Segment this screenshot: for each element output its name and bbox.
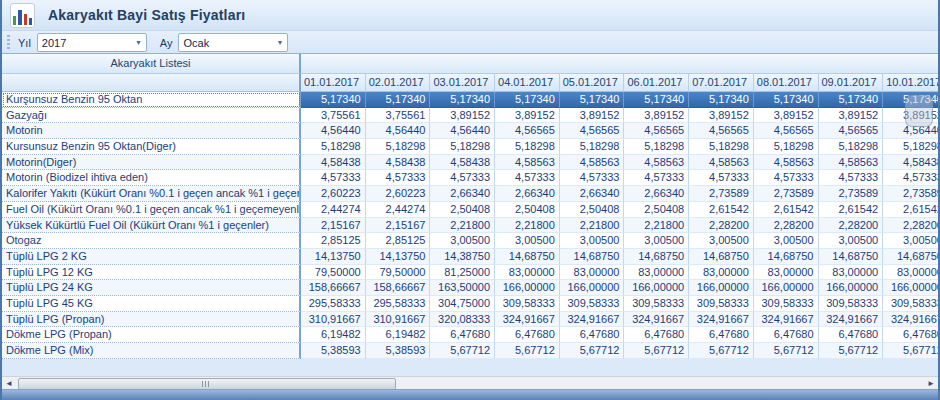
- grid-cell[interactable]: 3,00500: [624, 233, 689, 249]
- grid-cell[interactable]: 324,91667: [883, 312, 938, 328]
- grid-cell[interactable]: 309,58333: [883, 296, 938, 312]
- grid-cell[interactable]: 2,50408: [430, 202, 495, 218]
- grid-cell[interactable]: 14,38750: [430, 249, 495, 265]
- grid-cell[interactable]: 166,00000: [689, 280, 754, 296]
- grid-cell[interactable]: 324,91667: [689, 312, 754, 328]
- grid-cell[interactable]: 3,00500: [754, 233, 819, 249]
- grid-cell[interactable]: 324,91667: [819, 312, 884, 328]
- grid-cell[interactable]: 14,68750: [754, 249, 819, 265]
- row-label[interactable]: Tüplü LPG (Propan): [2, 312, 301, 328]
- grid-cell[interactable]: 2,73589: [883, 186, 938, 202]
- grid-cell[interactable]: 3,89152: [689, 108, 754, 124]
- grid-cell[interactable]: 2,73589: [689, 186, 754, 202]
- grid-cell[interactable]: 2,21800: [495, 218, 560, 234]
- grid-cell[interactable]: 166,00000: [883, 280, 938, 296]
- grid-cell[interactable]: 310,91667: [301, 312, 366, 328]
- row-label[interactable]: Tüplü LPG 24 KG: [2, 280, 301, 296]
- grid-cell[interactable]: 14,68750: [883, 249, 938, 265]
- grid-cell[interactable]: 324,91667: [495, 312, 560, 328]
- grid-cell[interactable]: 3,00500: [689, 233, 754, 249]
- grid-cell[interactable]: 2,66340: [430, 186, 495, 202]
- grid-cell[interactable]: 14,13750: [366, 249, 431, 265]
- date-column-header[interactable]: 02.01.2017: [366, 74, 431, 92]
- row-label[interactable]: Motorin: [2, 123, 301, 139]
- grid-cell[interactable]: 3,89152: [430, 108, 495, 124]
- grid-cell[interactable]: 2,61542: [819, 202, 884, 218]
- grid-cell[interactable]: 6,47680: [689, 327, 754, 343]
- row-label[interactable]: Kursunsuz Benzin 95 Oktan(Diger): [2, 139, 301, 155]
- date-column-header[interactable]: 04.01.2017: [495, 74, 560, 92]
- grid-cell[interactable]: 309,58333: [495, 296, 560, 312]
- row-label[interactable]: Fuel Oil (Kükürt Oranı %0.1 i geçen anca…: [2, 202, 301, 218]
- row-label[interactable]: Tüplü LPG 2 KG: [2, 249, 301, 265]
- grid-cell[interactable]: 158,66667: [366, 280, 431, 296]
- grid-cell[interactable]: 4,56565: [495, 123, 560, 139]
- grid-cell[interactable]: 2,60223: [301, 186, 366, 202]
- grid-cell[interactable]: 3,00500: [883, 233, 938, 249]
- grid-cell[interactable]: 309,58333: [624, 296, 689, 312]
- date-column-header[interactable]: 09.01.2017: [819, 74, 884, 92]
- grid-cell[interactable]: 79,50000: [366, 265, 431, 281]
- grid-cell[interactable]: 324,91667: [560, 312, 625, 328]
- grid-cell[interactable]: 4,57333: [819, 170, 884, 186]
- date-column-header[interactable]: 06.01.2017: [624, 74, 689, 92]
- grid-cell[interactable]: 2,28200: [689, 218, 754, 234]
- grid-cell[interactable]: 5,17340: [689, 92, 754, 108]
- grid-cell[interactable]: 5,18298: [819, 139, 884, 155]
- grid-cell[interactable]: 6,19482: [366, 327, 431, 343]
- row-label[interactable]: Kalorifer Yakıtı (Kükürt Oranı %0.1 i ge…: [2, 186, 301, 202]
- grid-cell[interactable]: 3,89152: [624, 108, 689, 124]
- grid-cell[interactable]: 158,66667: [301, 280, 366, 296]
- grid-cell[interactable]: 2,21800: [624, 218, 689, 234]
- grid-cell[interactable]: 5,18298: [495, 139, 560, 155]
- grid-cell[interactable]: 2,61542: [689, 202, 754, 218]
- grid-cell[interactable]: 3,89152: [754, 108, 819, 124]
- row-label[interactable]: Tüplü LPG 45 KG: [2, 296, 301, 312]
- grid-cell[interactable]: 5,18298: [754, 139, 819, 155]
- grid-cell[interactable]: 4,57333: [624, 170, 689, 186]
- date-column-header[interactable]: 08.01.2017: [754, 74, 819, 92]
- grid-cell[interactable]: 309,58333: [560, 296, 625, 312]
- grid-cell[interactable]: 309,58333: [689, 296, 754, 312]
- grid-cell[interactable]: 3,89152: [495, 108, 560, 124]
- grid-cell[interactable]: 320,08333: [430, 312, 495, 328]
- grid-cell[interactable]: 2,66340: [560, 186, 625, 202]
- grid-cell[interactable]: 5,17340: [624, 92, 689, 108]
- grid-cell[interactable]: 2,50408: [495, 202, 560, 218]
- date-column-header[interactable]: 10.01.2017: [883, 74, 938, 92]
- row-label[interactable]: Yüksek Kükürtlü Fuel Oil (Kükürt Oranı %…: [2, 218, 301, 234]
- row-label[interactable]: Motorin (Biodizel ihtiva eden): [2, 170, 301, 186]
- grid-cell[interactable]: 14,68750: [689, 249, 754, 265]
- grid-cell[interactable]: 166,00000: [624, 280, 689, 296]
- grid-cell[interactable]: 4,58438: [366, 155, 431, 171]
- grid-cell[interactable]: 83,00000: [689, 265, 754, 281]
- grid-cell[interactable]: 163,50000: [430, 280, 495, 296]
- grid-cell[interactable]: 5,67712: [624, 343, 689, 359]
- grid-cell[interactable]: 295,58333: [301, 296, 366, 312]
- grid-cell[interactable]: 6,47680: [754, 327, 819, 343]
- grid-cell[interactable]: 4,58563: [754, 155, 819, 171]
- grid-cell[interactable]: 4,58438: [883, 155, 938, 171]
- grid-cell[interactable]: 6,47680: [624, 327, 689, 343]
- grid-cell[interactable]: 4,56440: [430, 123, 495, 139]
- grid-cell[interactable]: 5,38593: [366, 343, 431, 359]
- grid-cell[interactable]: 166,00000: [819, 280, 884, 296]
- grid-cell[interactable]: 14,13750: [301, 249, 366, 265]
- grid-cell[interactable]: 2,61542: [883, 202, 938, 218]
- grid-cell[interactable]: 3,89152: [819, 108, 884, 124]
- fuel-list-column-header[interactable]: Akaryakıt Listesi: [2, 54, 301, 74]
- grid-cell[interactable]: 5,18298: [366, 139, 431, 155]
- grid-cell[interactable]: 4,58563: [495, 155, 560, 171]
- grid-cell[interactable]: 2,73589: [819, 186, 884, 202]
- grid-cell[interactable]: 4,56565: [689, 123, 754, 139]
- grid-cell[interactable]: 5,17340: [819, 92, 884, 108]
- grid-cell[interactable]: 83,00000: [883, 265, 938, 281]
- grid-cell[interactable]: 3,00500: [560, 233, 625, 249]
- grid-cell[interactable]: 5,18298: [301, 139, 366, 155]
- grid-cell[interactable]: 5,67712: [754, 343, 819, 359]
- grid-cell[interactable]: 4,58563: [560, 155, 625, 171]
- grid-cell[interactable]: 166,00000: [495, 280, 560, 296]
- grid-cell[interactable]: 309,58333: [754, 296, 819, 312]
- row-label[interactable]: Dökme LPG (Mix): [2, 343, 301, 359]
- grid-cell[interactable]: 4,58438: [430, 155, 495, 171]
